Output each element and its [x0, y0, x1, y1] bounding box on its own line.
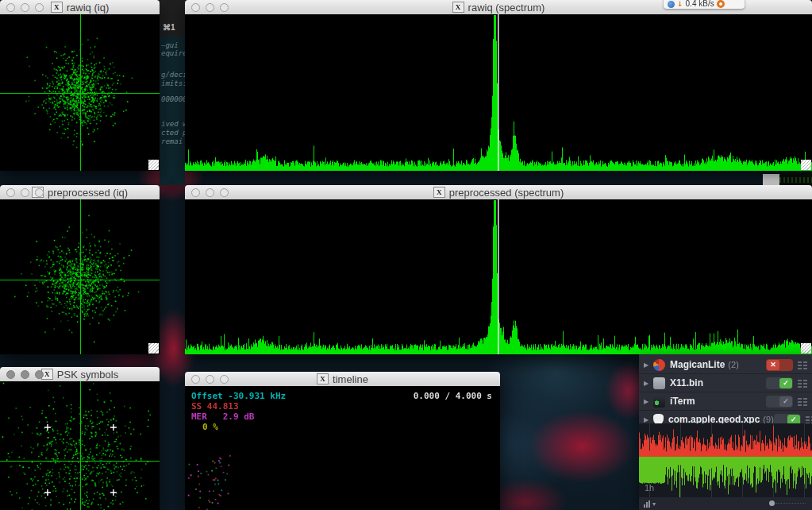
process-count: (2) [728, 360, 738, 369]
zoom-slider[interactable] [769, 500, 806, 507]
process-row[interactable]: ▶ MagicanLite (2) ✕ [639, 356, 812, 374]
window-preprocessed-spectrum: Xpreprocessed (spectrum) [185, 185, 812, 354]
allow-toggle[interactable]: ✓ [766, 396, 793, 408]
traffic-bars-icon [798, 396, 807, 406]
iq-constellation-plot [0, 14, 160, 171]
window-titlebar[interactable]: Xtimeline [185, 372, 500, 387]
iterm-tab-label[interactable]: ⌘1 [163, 23, 175, 32]
window-title: rawiq (iq) [67, 2, 109, 14]
process-row[interactable]: ▶ X11.bin ✓ [639, 374, 812, 392]
window-rawiq-spectrum: Xrawiq (spectrum) [185, 0, 812, 171]
disclosure-triangle-icon[interactable]: ▶ [644, 398, 653, 405]
window-titlebar[interactable]: XPSK symbols [0, 367, 160, 382]
zoom-button[interactable] [220, 3, 229, 12]
terminal-text: —gui [161, 41, 179, 49]
terminal-text: cted p [161, 129, 185, 137]
window-rawiq-iq: Xrawiq (iq) [0, 0, 160, 171]
close-button[interactable] [6, 3, 15, 12]
x11-icon: X [317, 373, 329, 384]
slider-track [775, 503, 806, 504]
spectrum-canvas [185, 199, 812, 354]
timeline-plot: Offset -30.931 kHz 0.000 / 4.000 s SS 44… [185, 386, 500, 510]
zoom-button[interactable] [35, 3, 44, 12]
time-range-label: 1h [645, 483, 654, 493]
window-timeline: Xtimeline Offset -30.931 kHz 0.000 / 4.0… [185, 372, 500, 510]
minimize-button[interactable] [206, 3, 214, 12]
minimize-button[interactable] [21, 3, 29, 12]
background-window-fragment [779, 172, 812, 185]
window-titlebar[interactable]: Xrawiq (iq) [0, 0, 160, 15]
slider-knob[interactable] [769, 500, 775, 506]
disclosure-triangle-icon[interactable]: ▶ [644, 361, 653, 369]
process-row[interactable]: ▶ iTerm ✓ [639, 392, 812, 411]
close-button[interactable] [6, 188, 15, 197]
menubar-network-extra[interactable]: ↓ 0.4 kB/s [664, 0, 745, 9]
window-psk-symbols: XPSK symbols [0, 367, 160, 510]
window-title: preprocessed (iq) [48, 187, 128, 199]
resize-grip[interactable] [801, 343, 811, 354]
download-arrow-icon: ↓ [677, 1, 683, 8]
disclosure-triangle-icon[interactable]: ▶ [644, 380, 653, 387]
magicanlite-app-icon [653, 359, 665, 371]
terminal-text: 0000000 [161, 95, 185, 103]
neutral-check-icon: ✓ [779, 396, 792, 407]
zoom-button[interactable] [35, 188, 44, 197]
terminal-text: g/deci [161, 71, 185, 79]
iq-scatter-canvas [0, 199, 160, 354]
x11-icon: X [51, 2, 63, 13]
desktop: ⌘1 —gui equires g/deci imits: 0000000 iv… [0, 0, 812, 510]
minimize-button[interactable] [21, 370, 29, 379]
psk-constellation-plot [0, 381, 160, 510]
terminal-text: remai [161, 137, 183, 145]
spectrum-plot [185, 199, 812, 354]
process-name: X11.bin [670, 377, 703, 388]
minimize-button[interactable] [206, 188, 214, 197]
blocked-x-icon: ✕ [767, 360, 779, 370]
network-app-icon [668, 1, 675, 8]
process-name: MagicanLite [670, 359, 725, 370]
background-window-fragment [763, 174, 779, 185]
traffic-bars-icon [798, 360, 807, 369]
percent-readout: 0 % [202, 422, 218, 432]
traffic-history-chart [639, 423, 812, 498]
close-button[interactable] [6, 370, 15, 379]
window-titlebar[interactable]: Xpreprocessed (spectrum) [185, 185, 812, 200]
close-button[interactable] [191, 188, 200, 197]
signal-strength-readout: SS 44.813 [191, 401, 239, 411]
menubar-status-icon [717, 0, 725, 8]
window-title: timeline [333, 373, 368, 385]
allow-toggle[interactable]: ✓ [766, 377, 793, 389]
window-titlebar[interactable]: Xpreprocessed (iq) [0, 185, 160, 200]
process-name: iTerm [670, 396, 695, 407]
spectrum-canvas [185, 14, 812, 171]
network-rate-label: 0.4 kB/s [686, 0, 714, 8]
zoom-button[interactable] [35, 370, 44, 379]
chevron-down-icon[interactable]: ▾ [652, 500, 656, 508]
resize-grip[interactable] [148, 343, 159, 354]
bar-chart-icon[interactable] [644, 500, 650, 508]
zoom-button[interactable] [220, 375, 229, 384]
window-title: PSK symbols [57, 369, 118, 381]
zoom-button[interactable] [220, 188, 229, 197]
time-position-readout: 0.000 / 4.000 s [414, 391, 492, 401]
terminal-text: equires [161, 49, 185, 57]
mer-readout: MER 2.9 dB [191, 411, 254, 422]
close-button[interactable] [191, 375, 200, 384]
iterm-window-strip[interactable]: ⌘1 —gui equires g/deci imits: 0000000 iv… [160, 0, 185, 185]
x11-icon: X [452, 2, 464, 13]
close-button[interactable] [191, 3, 200, 12]
disclosure-triangle-icon[interactable]: ▶ [644, 416, 653, 423]
block-toggle[interactable]: ✕ [766, 359, 793, 371]
allowed-check-icon: ✓ [779, 378, 792, 388]
offset-readout: Offset -30.931 kHz [191, 391, 286, 401]
terminal-text: imits: [161, 79, 185, 87]
minimize-button[interactable] [21, 188, 29, 197]
x11-icon: X [433, 187, 445, 198]
window-preprocessed-iq: Xpreprocessed (iq) [0, 185, 160, 354]
minimize-button[interactable] [206, 375, 214, 384]
iq-scatter-canvas [0, 14, 160, 171]
resize-grip[interactable] [148, 160, 159, 170]
window-title: preprocessed (spectrum) [449, 187, 564, 199]
network-monitor-panel: ▶ MagicanLite (2) ✕ ▶ X11.bin ✓ ▶ iTerm … [639, 354, 812, 510]
resize-grip[interactable] [801, 160, 811, 170]
